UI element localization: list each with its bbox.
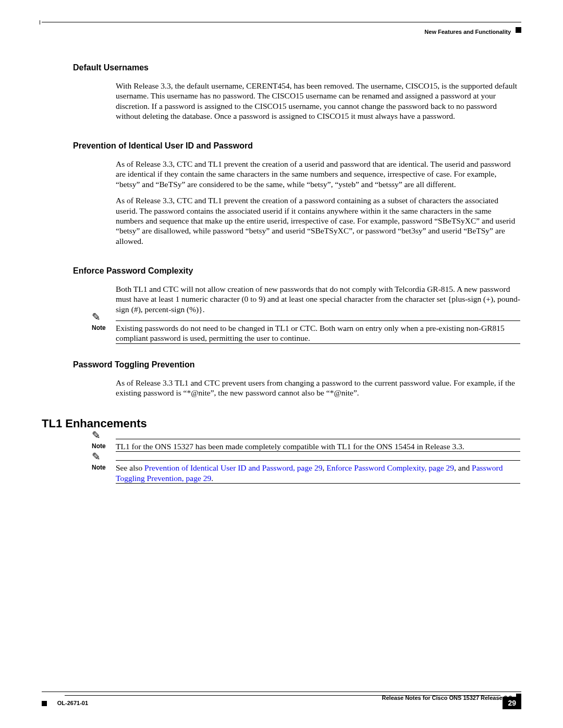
note-block: ✎ Note See also Prevention of Identical … — [92, 460, 520, 484]
note-label: Note — [92, 463, 116, 472]
note-text-suffix: . — [211, 474, 213, 483]
heading-tl1-enhancements: TL1 Enhancements — [42, 416, 520, 431]
heading-prevention-identical: Prevention of Identical User ID and Pass… — [73, 141, 520, 152]
body-text: As of Release 3.3 TL1 and CTC prevent us… — [116, 378, 520, 398]
note-text-prefix: See also — [116, 463, 144, 472]
header-marker-icon — [516, 27, 521, 33]
xref-link[interactable]: Prevention of Identical User ID and Pass… — [144, 463, 322, 472]
footer-rule — [42, 692, 521, 692]
note-label: Note — [92, 323, 116, 332]
note-rule-bottom — [116, 483, 520, 484]
note-rule-top — [116, 460, 520, 461]
note-block: ✎ Note Existing passwords do not need to… — [92, 320, 520, 344]
page-content: Default Usernames With Release 3.3, the … — [73, 63, 520, 492]
note-rule-top — [116, 439, 520, 439]
footer-left: OL-2671-01 — [42, 698, 88, 708]
note-icon: ✎ — [92, 310, 101, 324]
heading-password-toggle: Password Toggling Prevention — [73, 360, 520, 371]
xref-link[interactable]: Enforce Password Complexity, page 29 — [326, 463, 454, 472]
note-text: TL1 for the ONS 15327 has been made comp… — [116, 441, 520, 451]
note-icon: ✎ — [92, 450, 101, 463]
header-rule — [42, 22, 521, 22]
note-sep: , and — [454, 463, 472, 472]
footer-marker-icon — [516, 694, 521, 699]
heading-enforce-complexity: Enforce Password Complexity — [73, 266, 520, 277]
heading-default-usernames: Default Usernames — [73, 63, 520, 73]
note-text: See also Prevention of Identical User ID… — [116, 463, 520, 483]
running-header: New Features and Functionality — [424, 28, 511, 35]
document-page: New Features and Functionality Default U… — [0, 0, 563, 728]
body-text: Both TL1 and CTC will not allow creation… — [116, 284, 520, 314]
note-text: Existing passwords do not need to be cha… — [116, 323, 520, 343]
body-text: With Release 3.3, the default username, … — [116, 81, 520, 121]
note-rule-bottom — [116, 451, 520, 452]
page-footer: Release Notes for Cisco ONS 15327 Releas… — [42, 692, 521, 709]
note-icon: ✎ — [92, 428, 101, 442]
footer-doc-id: OL-2671-01 — [57, 700, 88, 706]
body-text: As of Release 3.3, CTC and TL1 prevent t… — [116, 195, 520, 246]
note-label: Note — [92, 441, 116, 451]
note-rule-top — [116, 320, 520, 321]
body-text: As of Release 3.3, CTC and TL1 prevent t… — [116, 159, 520, 189]
note-block: ✎ Note TL1 for the ONS 15327 has been ma… — [92, 439, 520, 452]
note-rule-bottom — [116, 343, 520, 344]
footer-left-marker-icon — [42, 701, 47, 706]
